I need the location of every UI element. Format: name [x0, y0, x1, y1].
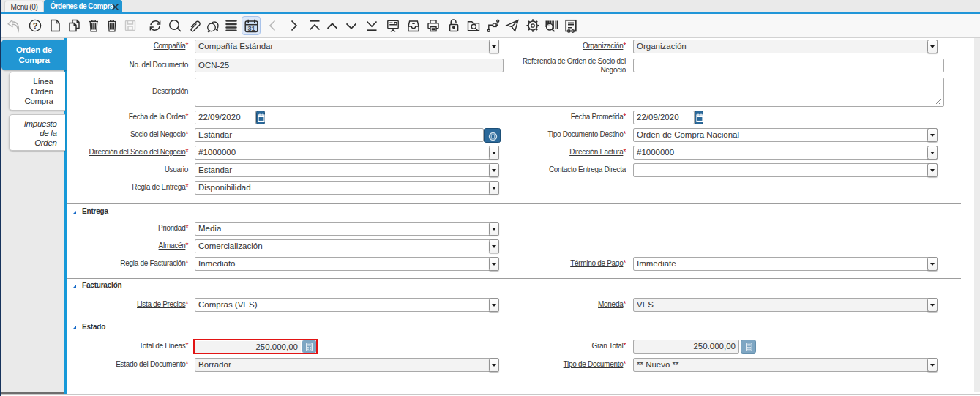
svg-text:31: 31: [247, 24, 255, 31]
svg-text:?: ?: [33, 21, 38, 30]
